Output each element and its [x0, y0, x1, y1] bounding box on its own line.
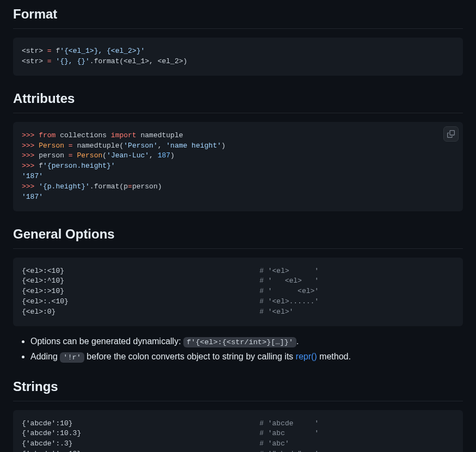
bullet-text: . — [296, 337, 299, 346]
code-text: person) — [132, 182, 162, 191]
code-text: ( — [102, 151, 107, 160]
code-text: Person — [77, 151, 102, 160]
code-text: ) — [170, 151, 175, 160]
code-text: '{person.height}' — [43, 162, 115, 170]
code-block-attributes: >>> from collections import namedtuple >… — [13, 122, 463, 211]
code-text: <str> — [22, 57, 47, 65]
heading-attributes: Attributes — [13, 89, 463, 113]
inline-code: '!r' — [60, 352, 84, 363]
code-text: >>> — [22, 131, 39, 139]
code-text: '{}, {}' — [55, 57, 89, 65]
code-text: f — [52, 47, 60, 55]
heading-format: Format — [13, 4, 463, 29]
code-text: '187' — [22, 172, 43, 180]
bullet-text: Adding — [30, 352, 60, 361]
code-text: .format( — [90, 182, 123, 191]
code-text: namedtuple — [77, 142, 119, 150]
code-text: .format(<el_1>, <el_2>) — [90, 57, 187, 65]
code-text: , — [158, 142, 166, 150]
copy-button[interactable] — [443, 126, 459, 142]
code-text: '187' — [22, 193, 43, 201]
code-text: import — [111, 131, 137, 139]
list-item: Adding '!r' before the colon converts ob… — [30, 350, 463, 363]
heading-strings: Strings — [13, 377, 463, 401]
code-text: , — [149, 151, 158, 160]
code-block-general: {<el>:<10} # '<el> ' {<el>:^10} # ' <el>… — [13, 258, 463, 326]
bullet-text: method. — [317, 352, 351, 361]
code-text: Person — [39, 142, 69, 150]
bullet-text: before the colon converts object to stri… — [84, 352, 296, 361]
code-text: 'Person' — [123, 142, 157, 150]
code-text: p — [123, 182, 128, 191]
code-text: <str> — [22, 47, 47, 55]
bullet-list: Options can be generated dynamically: f'… — [13, 335, 463, 364]
code-text: from — [39, 131, 55, 139]
code-block-format: <str> = f'{<el_1>}, {<el_2>}' <str> = '{… — [13, 38, 463, 76]
code-text: f — [39, 162, 43, 170]
code-text: = — [47, 47, 52, 55]
code-text: >>> — [22, 162, 39, 170]
code-text: = — [69, 142, 73, 150]
inline-code: f'{<el>:{<str/int>}[…]}' — [183, 337, 296, 347]
code-text: >>> — [22, 142, 39, 150]
code-text: >>> — [22, 182, 39, 191]
code-text: ) — [221, 142, 226, 150]
code-text: namedtuple — [137, 131, 183, 139]
code-text: 'name height' — [166, 142, 221, 150]
code-text: 187 — [158, 151, 170, 160]
code-text: = — [128, 182, 132, 191]
copy-icon — [447, 130, 455, 138]
code-block-strings: {'abcde':10} # 'abcde ' {'abcde':10.3} #… — [13, 410, 463, 452]
code-text: >>> — [22, 151, 39, 160]
code-text: '{<el_1>}, {<el_2>}' — [60, 47, 145, 55]
repr-link[interactable]: repr() — [296, 352, 317, 361]
code-text: person — [39, 151, 69, 160]
code-text: 'Jean-Luc' — [107, 151, 149, 160]
code-text: '{p.height}' — [39, 182, 90, 191]
heading-general: General Options — [13, 224, 463, 249]
code-text: collections — [55, 131, 110, 139]
list-item: Options can be generated dynamically: f'… — [30, 335, 463, 348]
bullet-text: Options can be generated dynamically: — [30, 337, 183, 346]
page-content: Format <str> = f'{<el_1>}, {<el_2>}' <st… — [0, 0, 476, 452]
code-text: = — [47, 57, 52, 65]
code-text: = — [69, 151, 73, 160]
